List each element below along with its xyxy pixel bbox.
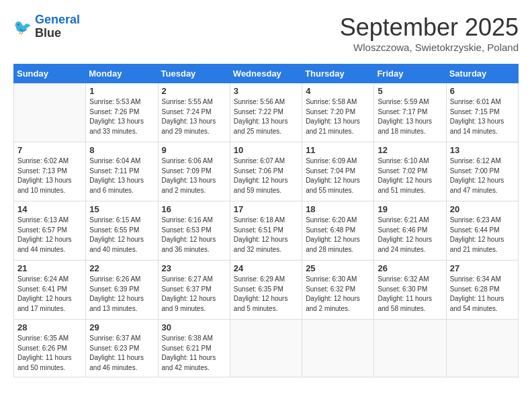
day-info: Sunrise: 5:53 AM Sunset: 7:26 PM Dayligh… bbox=[89, 97, 154, 136]
day-number: 4 bbox=[306, 86, 370, 96]
day-info: Sunrise: 5:56 AM Sunset: 7:22 PM Dayligh… bbox=[234, 97, 298, 136]
day-info: Sunrise: 6:21 AM Sunset: 6:46 PM Dayligh… bbox=[378, 216, 442, 255]
day-info: Sunrise: 6:24 AM Sunset: 6:41 PM Dayligh… bbox=[17, 275, 82, 314]
calendar-day-cell bbox=[374, 320, 446, 377]
day-header: Saturday bbox=[446, 64, 518, 83]
day-info: Sunrise: 6:13 AM Sunset: 6:57 PM Dayligh… bbox=[17, 216, 82, 255]
day-info: Sunrise: 6:01 AM Sunset: 7:15 PM Dayligh… bbox=[450, 97, 515, 136]
calendar-week-row: 1Sunrise: 5:53 AM Sunset: 7:26 PM Daylig… bbox=[14, 83, 519, 142]
day-header: Thursday bbox=[302, 64, 374, 83]
calendar-day-cell: 3Sunrise: 5:56 AM Sunset: 7:22 PM Daylig… bbox=[230, 83, 302, 142]
day-number: 16 bbox=[162, 204, 226, 214]
day-number: 26 bbox=[378, 263, 442, 273]
calendar-day-cell: 12Sunrise: 6:10 AM Sunset: 7:02 PM Dayli… bbox=[374, 142, 446, 201]
calendar-day-cell bbox=[230, 320, 302, 377]
day-info: Sunrise: 6:12 AM Sunset: 7:00 PM Dayligh… bbox=[450, 156, 515, 195]
day-info: Sunrise: 6:10 AM Sunset: 7:02 PM Dayligh… bbox=[378, 156, 442, 195]
day-info: Sunrise: 6:07 AM Sunset: 7:06 PM Dayligh… bbox=[234, 156, 298, 195]
calendar-day-cell: 24Sunrise: 6:29 AM Sunset: 6:35 PM Dayli… bbox=[230, 261, 302, 320]
day-info: Sunrise: 6:15 AM Sunset: 6:55 PM Dayligh… bbox=[89, 216, 154, 255]
calendar-day-cell: 18Sunrise: 6:20 AM Sunset: 6:48 PM Dayli… bbox=[302, 201, 374, 261]
day-header: Tuesday bbox=[158, 64, 230, 83]
day-number: 28 bbox=[17, 322, 82, 332]
day-number: 8 bbox=[89, 145, 154, 155]
day-number: 14 bbox=[17, 204, 82, 214]
day-number: 21 bbox=[17, 263, 82, 273]
day-info: Sunrise: 6:16 AM Sunset: 6:53 PM Dayligh… bbox=[162, 216, 226, 255]
calendar-day-cell: 10Sunrise: 6:07 AM Sunset: 7:06 PM Dayli… bbox=[230, 142, 302, 201]
day-number: 7 bbox=[17, 145, 82, 155]
day-info: Sunrise: 6:26 AM Sunset: 6:39 PM Dayligh… bbox=[89, 275, 154, 314]
day-number: 23 bbox=[162, 263, 226, 273]
calendar-body: 1Sunrise: 5:53 AM Sunset: 7:26 PM Daylig… bbox=[14, 83, 519, 377]
day-number: 5 bbox=[378, 86, 442, 96]
day-info: Sunrise: 6:02 AM Sunset: 7:13 PM Dayligh… bbox=[17, 156, 82, 195]
day-number: 9 bbox=[162, 145, 226, 155]
day-info: Sunrise: 6:35 AM Sunset: 6:26 PM Dayligh… bbox=[17, 334, 82, 373]
day-number: 27 bbox=[450, 263, 515, 273]
day-number: 18 bbox=[306, 204, 370, 214]
day-info: Sunrise: 6:18 AM Sunset: 6:51 PM Dayligh… bbox=[234, 216, 298, 255]
day-info: Sunrise: 6:29 AM Sunset: 6:35 PM Dayligh… bbox=[234, 275, 298, 314]
calendar-day-cell: 4Sunrise: 5:58 AM Sunset: 7:20 PM Daylig… bbox=[302, 83, 374, 142]
location-subtitle: Wloszczowa, Swietokrzyskie, Poland bbox=[340, 42, 519, 53]
day-number: 13 bbox=[450, 145, 515, 155]
logo-text: General Blue bbox=[35, 13, 80, 40]
day-info: Sunrise: 6:23 AM Sunset: 6:44 PM Dayligh… bbox=[450, 216, 515, 255]
calendar-day-cell bbox=[302, 320, 374, 377]
calendar-day-cell: 21Sunrise: 6:24 AM Sunset: 6:41 PM Dayli… bbox=[14, 261, 86, 320]
calendar-day-cell: 1Sunrise: 5:53 AM Sunset: 7:26 PM Daylig… bbox=[86, 83, 158, 142]
calendar-day-cell: 19Sunrise: 6:21 AM Sunset: 6:46 PM Dayli… bbox=[374, 201, 446, 261]
calendar-day-cell: 20Sunrise: 6:23 AM Sunset: 6:44 PM Dayli… bbox=[446, 201, 518, 261]
calendar-day-cell: 28Sunrise: 6:35 AM Sunset: 6:26 PM Dayli… bbox=[14, 320, 86, 377]
day-number: 15 bbox=[89, 204, 154, 214]
day-info: Sunrise: 6:27 AM Sunset: 6:37 PM Dayligh… bbox=[162, 275, 226, 314]
day-header: Sunday bbox=[14, 64, 86, 83]
day-info: Sunrise: 6:38 AM Sunset: 6:21 PM Dayligh… bbox=[162, 334, 226, 373]
day-info: Sunrise: 6:37 AM Sunset: 6:23 PM Dayligh… bbox=[89, 334, 154, 373]
calendar-day-cell: 23Sunrise: 6:27 AM Sunset: 6:37 PM Dayli… bbox=[158, 261, 230, 320]
day-info: Sunrise: 6:34 AM Sunset: 6:28 PM Dayligh… bbox=[450, 275, 515, 314]
day-info: Sunrise: 6:09 AM Sunset: 7:04 PM Dayligh… bbox=[306, 156, 370, 195]
day-info: Sunrise: 5:55 AM Sunset: 7:24 PM Dayligh… bbox=[162, 97, 226, 136]
calendar-day-cell: 27Sunrise: 6:34 AM Sunset: 6:28 PM Dayli… bbox=[446, 261, 518, 320]
calendar-day-cell: 25Sunrise: 6:30 AM Sunset: 6:32 PM Dayli… bbox=[302, 261, 374, 320]
day-number: 1 bbox=[89, 86, 154, 96]
calendar-header-row: SundayMondayTuesdayWednesdayThursdayFrid… bbox=[14, 64, 519, 83]
logo: 🐦 General Blue bbox=[13, 13, 80, 40]
calendar-day-cell bbox=[14, 83, 86, 142]
day-info: Sunrise: 6:30 AM Sunset: 6:32 PM Dayligh… bbox=[306, 275, 370, 314]
svg-text:🐦: 🐦 bbox=[13, 18, 32, 36]
day-number: 10 bbox=[234, 145, 298, 155]
day-info: Sunrise: 5:59 AM Sunset: 7:17 PM Dayligh… bbox=[378, 97, 442, 136]
calendar-week-row: 14Sunrise: 6:13 AM Sunset: 6:57 PM Dayli… bbox=[14, 201, 519, 261]
calendar-day-cell: 7Sunrise: 6:02 AM Sunset: 7:13 PM Daylig… bbox=[14, 142, 86, 201]
calendar-day-cell: 9Sunrise: 6:06 AM Sunset: 7:09 PM Daylig… bbox=[158, 142, 230, 201]
day-number: 30 bbox=[162, 322, 226, 332]
day-number: 11 bbox=[306, 145, 370, 155]
day-number: 20 bbox=[450, 204, 515, 214]
day-header: Monday bbox=[86, 64, 158, 83]
day-number: 25 bbox=[306, 263, 370, 273]
day-info: Sunrise: 5:58 AM Sunset: 7:20 PM Dayligh… bbox=[306, 97, 370, 136]
day-number: 12 bbox=[378, 145, 442, 155]
day-number: 6 bbox=[450, 86, 515, 96]
title-block: September 2025 Wloszczowa, Swietokrzyski… bbox=[340, 13, 519, 53]
calendar-day-cell: 6Sunrise: 6:01 AM Sunset: 7:15 PM Daylig… bbox=[446, 83, 518, 142]
calendar-day-cell: 13Sunrise: 6:12 AM Sunset: 7:00 PM Dayli… bbox=[446, 142, 518, 201]
calendar-table: SundayMondayTuesdayWednesdayThursdayFrid… bbox=[13, 64, 519, 377]
calendar-week-row: 28Sunrise: 6:35 AM Sunset: 6:26 PM Dayli… bbox=[14, 320, 519, 377]
calendar-day-cell: 29Sunrise: 6:37 AM Sunset: 6:23 PM Dayli… bbox=[86, 320, 158, 377]
day-info: Sunrise: 6:04 AM Sunset: 7:11 PM Dayligh… bbox=[89, 156, 154, 195]
calendar-day-cell: 17Sunrise: 6:18 AM Sunset: 6:51 PM Dayli… bbox=[230, 201, 302, 261]
calendar-day-cell bbox=[446, 320, 518, 377]
day-info: Sunrise: 6:20 AM Sunset: 6:48 PM Dayligh… bbox=[306, 216, 370, 255]
day-number: 22 bbox=[89, 263, 154, 273]
day-number: 17 bbox=[234, 204, 298, 214]
page-header: 🐦 General Blue September 2025 Wloszczowa… bbox=[13, 13, 519, 53]
calendar-day-cell: 2Sunrise: 5:55 AM Sunset: 7:24 PM Daylig… bbox=[158, 83, 230, 142]
day-header: Wednesday bbox=[230, 64, 302, 83]
day-header: Friday bbox=[374, 64, 446, 83]
calendar-day-cell: 8Sunrise: 6:04 AM Sunset: 7:11 PM Daylig… bbox=[86, 142, 158, 201]
day-number: 24 bbox=[234, 263, 298, 273]
